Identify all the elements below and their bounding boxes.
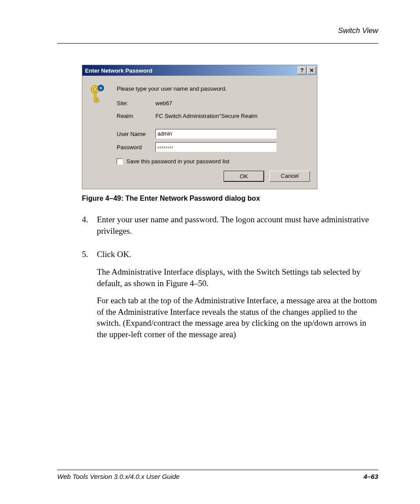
password-label: Password [117, 144, 155, 151]
step-5: 5. Click OK. The Administrative Interfac… [82, 249, 378, 346]
footer-guide-title: Web Tools Version 3.0.x/4.0.x User Guide [57, 473, 180, 480]
enter-network-password-dialog: Enter Network Password ? ✕ [82, 65, 317, 189]
header-rule [57, 43, 378, 44]
ok-button-label: OK [224, 171, 264, 181]
svg-point-6 [99, 87, 102, 89]
step-4-text: Enter your user name and password. The l… [97, 214, 378, 236]
site-value: web67 [155, 100, 310, 107]
site-label: Site: [117, 100, 155, 107]
figure-caption: Figure 4–49: The Enter Network Password … [82, 195, 378, 202]
username-label: User Name [117, 131, 155, 137]
step-4-number: 4. [82, 214, 97, 243]
page-footer: Web Tools Version 3.0.x/4.0.x User Guide… [57, 470, 378, 480]
save-password-label: Save this password in your password list [126, 158, 229, 165]
realm-value: FC Switch Administration''Secure Realm [155, 113, 310, 119]
step-5-number: 5. [82, 249, 97, 346]
svg-point-1 [93, 88, 97, 91]
help-button[interactable]: ? [298, 66, 306, 74]
section-header: Switch View [57, 26, 378, 35]
key-icon [89, 85, 107, 107]
step-5-para-1: The Administrative Interface displays, w… [97, 266, 378, 289]
svg-rect-3 [96, 98, 98, 99]
svg-rect-4 [96, 100, 99, 102]
save-password-checkbox[interactable] [117, 158, 123, 165]
step-5-text: Click OK. [97, 249, 378, 260]
svg-rect-2 [94, 92, 96, 102]
dialog-titlebar: Enter Network Password ? ✕ [82, 65, 317, 76]
dialog-title: Enter Network Password [85, 67, 152, 74]
ok-button[interactable]: OK [224, 171, 264, 182]
cancel-button[interactable]: Cancel [269, 171, 310, 182]
footer-page-number: 4–63 [364, 473, 378, 480]
password-input[interactable] [155, 142, 276, 152]
realm-label: Realm [117, 113, 155, 119]
username-input[interactable] [155, 129, 276, 139]
step-5-para-2: For each tab at the top of the Administr… [97, 295, 378, 340]
close-button[interactable]: ✕ [307, 66, 316, 74]
prompt-text: Please type your user name and password. [117, 85, 310, 92]
step-4: 4. Enter your user name and password. Th… [82, 214, 378, 243]
